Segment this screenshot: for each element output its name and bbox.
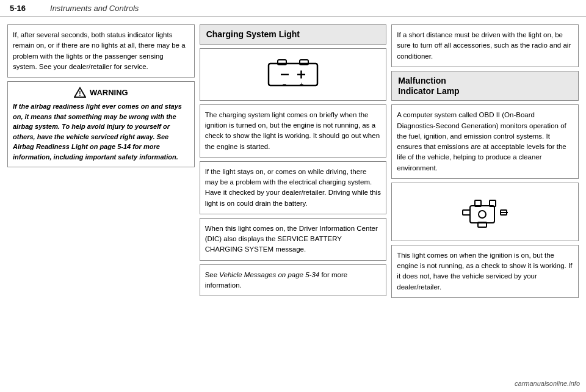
svg-rect-2 [269, 64, 317, 85]
watermark: carmanualsonline.info [515, 380, 580, 387]
para4-link[interactable]: Vehicle Messages on page 5-34 [219, 271, 319, 278]
battery-image-box: − + [200, 48, 387, 101]
warning-box-airbag: ! WARNING If the airbag readiness light … [7, 81, 195, 167]
charging-para1: The charging system light comes on brief… [200, 104, 387, 158]
charging-system-heading: Charging System Light [200, 24, 387, 45]
engine-light-bottom-text: This light comes on when the ignition is… [391, 245, 579, 298]
middle-column: Charging System Light − [197, 22, 389, 385]
engine-image-box [391, 183, 579, 241]
page-content: If, after several seconds, both status i… [0, 17, 586, 390]
warning-triangle-icon: ! [74, 87, 86, 98]
engine-icon [458, 191, 513, 233]
page-header: 5-16 Instruments and Controls [0, 0, 586, 17]
short-distance-box: If a short distance must be driven with … [391, 24, 579, 67]
svg-rect-13 [463, 210, 470, 215]
svg-text:!: ! [79, 90, 81, 97]
malfunction-indicator-heading: Malfunction Indicator Lamp [391, 71, 579, 101]
battery-icon: − + [266, 56, 320, 93]
warning-text-airbag: If the airbag readiness light ever comes… [13, 101, 189, 162]
chapter-title: Instruments and Controls [50, 4, 139, 13]
svg-text:+: + [300, 81, 303, 88]
right-column: If a short distance must be driven with … [389, 22, 581, 385]
left-column: If, after several seconds, both status i… [5, 22, 197, 385]
page-number: 5-16 [10, 4, 26, 13]
info-box-text: If, after several seconds, both status i… [13, 31, 186, 70]
charging-para2: If the light stays on, or comes on while… [200, 161, 387, 214]
warning-label: WARNING [90, 88, 128, 97]
para4-prefix: See [205, 271, 220, 278]
svg-text:−: − [283, 81, 286, 88]
charging-para3: When this light comes on, the Driver Inf… [200, 218, 387, 261]
charging-para4: See Vehicle Messages on page 5-34 for mo… [200, 264, 387, 297]
warning-header: ! WARNING [13, 87, 189, 98]
svg-point-17 [479, 211, 486, 218]
info-box-status-lights: If, after several seconds, both status i… [7, 24, 195, 78]
svg-rect-10 [470, 206, 494, 223]
obd-text-box: A computer system called OBD II (On-Boar… [391, 104, 579, 179]
